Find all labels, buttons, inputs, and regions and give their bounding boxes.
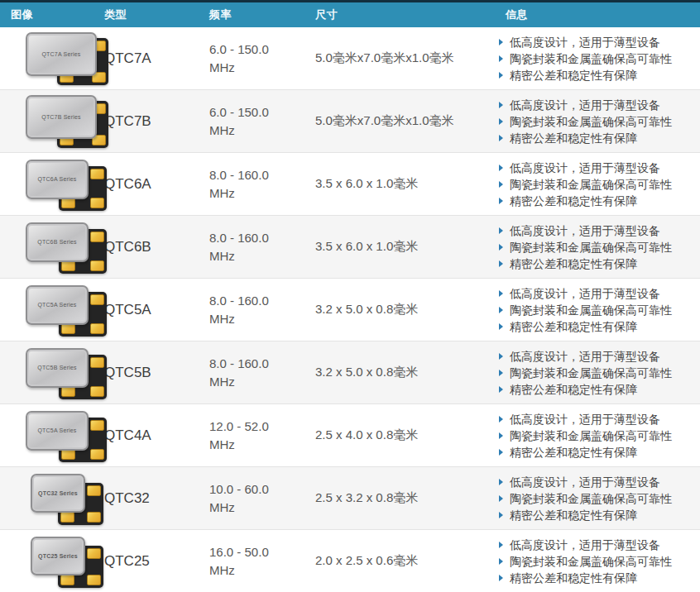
table-row[interactable]: QTC5A Series QTC5A 8.0 - 160.0 MHz 3.2 x… — [0, 279, 700, 341]
feature-item: 精密公差和稳定性有保障 — [499, 381, 693, 398]
feature-text: 陶瓷封装和金属盖确保高可靠性 — [510, 176, 672, 193]
feature-text: 精密公差和稳定性有保障 — [510, 570, 637, 586]
bullet-arrow-icon — [499, 244, 503, 251]
table-row[interactable]: QTC5A Series QTC4A 12.0 - 52.0 MHz 2.5 x… — [0, 404, 700, 467]
chip-pad-icon — [90, 323, 104, 334]
table-row[interactable]: QTC7B Series QTC7B 6.0 - 150.0 MHz 5.0毫米… — [0, 90, 700, 153]
product-type-label: QTC4A — [104, 427, 151, 443]
feature-item: 陶瓷封装和金属盖确保高可靠性 — [499, 239, 693, 255]
product-table: 图像 类型 频率 尺寸 信息 QTC7A Series QTC7A — [0, 0, 700, 592]
chip-series-label: QTC7A Series — [41, 51, 80, 57]
chip-pad-icon — [90, 260, 104, 271]
frequency-value: 8.0 - 160.0 MHz — [209, 356, 269, 389]
feature-item: 低高度设计，适用于薄型设备 — [499, 34, 693, 50]
bullet-arrow-icon — [499, 370, 503, 376]
table-row[interactable]: QTC32 Series QTC32 10.0 - 60.0 MHz 2.5 x… — [0, 467, 700, 530]
frequency-value: 8.0 - 160.0 MHz — [209, 294, 269, 326]
column-header-info: 信息 — [495, 7, 700, 22]
feature-item: 精密公差和稳定性有保障 — [499, 318, 693, 335]
feature-item: 低高度设计，适用于薄型设备 — [499, 97, 693, 113]
size-value: 2.5 x 3.2 x 0.8毫米 — [315, 490, 418, 504]
table-row[interactable]: QTC7A Series QTC7A 6.0 - 150.0 MHz 5.0毫米… — [0, 27, 700, 90]
feature-list: 低高度设计，适用于薄型设备 陶瓷封装和金属盖确保高可靠性 精密公差和稳定性有保障 — [499, 411, 693, 461]
feature-text: 精密公差和稳定性有保障 — [510, 318, 637, 335]
feature-item: 低高度设计，适用于薄型设备 — [499, 222, 693, 239]
cell-size: 2.0 x 2.5 x 0.6毫米 — [304, 553, 495, 569]
chip-lid: QTC5B Series — [26, 348, 89, 388]
table-row[interactable]: QTC5B Series QTC5B 8.0 - 160.0 MHz 3.2 x… — [0, 341, 700, 404]
bullet-arrow-icon — [499, 575, 503, 581]
table-row[interactable]: QTC25 Series QTC25 16.0 - 50.0 MHz 2.0 x… — [0, 530, 700, 592]
cell-size: 5.0毫米x7.0毫米x1.0毫米 — [304, 50, 495, 66]
feature-item: 陶瓷封装和金属盖确保高可靠性 — [499, 50, 693, 67]
bullet-arrow-icon — [499, 542, 503, 548]
feature-text: 陶瓷封装和金属盖确保高可靠性 — [510, 490, 672, 507]
feature-text: 低高度设计，适用于薄型设备 — [510, 348, 660, 365]
feature-item: 精密公差和稳定性有保障 — [499, 67, 693, 84]
bullet-arrow-icon — [499, 181, 503, 188]
chip-pad-icon — [87, 548, 101, 559]
chip-pad-icon — [90, 357, 104, 368]
cell-size: 2.5 x 3.2 x 0.8毫米 — [304, 490, 495, 506]
feature-item: 精密公差和稳定性有保障 — [499, 255, 693, 272]
feature-list: 低高度设计，适用于薄型设备 陶瓷封装和金属盖确保高可靠性 精密公差和稳定性有保障 — [499, 222, 693, 272]
feature-text: 精密公差和稳定性有保障 — [510, 507, 637, 523]
feature-text: 精密公差和稳定性有保障 — [510, 67, 637, 84]
chip-lid: QTC25 Series — [31, 537, 85, 575]
frequency-value: 12.0 - 52.0 MHz — [209, 419, 269, 451]
feature-text: 低高度设计，适用于薄型设备 — [510, 34, 660, 50]
bullet-arrow-icon — [499, 72, 503, 79]
feature-item: 陶瓷封装和金属盖确保高可靠性 — [499, 427, 693, 444]
chip-pad-icon — [90, 420, 104, 431]
feature-text: 低高度设计，适用于薄型设备 — [510, 411, 660, 427]
chip-lid: QTC7B Series — [26, 95, 97, 139]
bullet-arrow-icon — [499, 353, 503, 360]
product-type-label: QTC5B — [104, 365, 151, 380]
table-row[interactable]: QTC6B Series QTC6B 8.0 - 160.0 MHz 3.5 x… — [0, 216, 700, 279]
cell-info: 低高度设计，适用于薄型设备 陶瓷封装和金属盖确保高可靠性 精密公差和稳定性有保障 — [495, 537, 700, 586]
chip-series-label: QTC5A Series — [37, 302, 76, 308]
product-type-label: QTC7B — [104, 113, 151, 129]
bullet-arrow-icon — [499, 432, 503, 439]
product-type-label: QTC5A — [104, 302, 151, 317]
cell-image: QTC6A Series — [0, 154, 93, 215]
feature-text: 低高度设计，适用于薄型设备 — [510, 97, 660, 113]
chip-pad-icon — [87, 575, 101, 585]
bullet-arrow-icon — [499, 39, 503, 45]
chip-series-label: QTC32 Series — [38, 490, 78, 496]
cell-info: 低高度设计，适用于薄型设备 陶瓷封装和金属盖确保高可靠性 精密公差和稳定性有保障 — [495, 348, 700, 398]
cell-image: QTC5A Series — [0, 279, 93, 341]
cell-image: QTC6B Series — [0, 217, 93, 278]
feature-text: 低高度设计，适用于薄型设备 — [510, 474, 660, 490]
product-type-label: QTC7A — [104, 50, 151, 66]
feature-item: 精密公差和稳定性有保障 — [499, 130, 693, 146]
feature-text: 陶瓷封装和金属盖确保高可靠性 — [510, 365, 672, 381]
feature-text: 精密公差和稳定性有保障 — [510, 193, 637, 209]
cell-image: QTC7A Series — [0, 28, 93, 89]
cell-info: 低高度设计，适用于薄型设备 陶瓷封装和金属盖确保高可靠性 精密公差和稳定性有保障 — [495, 97, 700, 146]
chip-lid: QTC5A Series — [26, 411, 89, 451]
product-type-label: QTC32 — [104, 490, 150, 506]
cell-frequency: 8.0 - 160.0 MHz — [199, 292, 304, 328]
frequency-value: 8.0 - 160.0 MHz — [209, 231, 269, 263]
feature-item: 低高度设计，适用于薄型设备 — [499, 411, 693, 427]
feature-item: 精密公差和稳定性有保障 — [499, 444, 693, 461]
chip-pad-icon — [87, 512, 101, 523]
product-image: QTC6A Series — [26, 157, 110, 212]
bullet-arrow-icon — [499, 290, 503, 297]
frequency-value: 8.0 - 160.0 MHz — [209, 168, 269, 200]
product-type-label: QTC25 — [104, 553, 150, 569]
feature-text: 低高度设计，适用于薄型设备 — [510, 222, 660, 239]
feature-text: 陶瓷封装和金属盖确保高可靠性 — [510, 302, 672, 318]
product-image: QTC7B Series — [26, 94, 110, 149]
feature-item: 低高度设计，适用于薄型设备 — [499, 348, 693, 365]
bullet-arrow-icon — [499, 227, 503, 234]
cell-info: 低高度设计，适用于薄型设备 陶瓷封装和金属盖确保高可靠性 精密公差和稳定性有保障 — [495, 285, 700, 335]
table-row[interactable]: QTC6A Series QTC6A 8.0 - 160.0 MHz 3.5 x… — [0, 153, 700, 216]
bullet-arrow-icon — [499, 198, 503, 204]
chip-series-label: QTC6B Series — [37, 239, 77, 245]
feature-text: 精密公差和稳定性有保障 — [510, 444, 637, 461]
feature-text: 陶瓷封装和金属盖确保高可靠性 — [510, 50, 672, 67]
bullet-arrow-icon — [499, 323, 503, 330]
cell-size: 2.5 x 4.0 x 0.8毫米 — [304, 427, 495, 443]
